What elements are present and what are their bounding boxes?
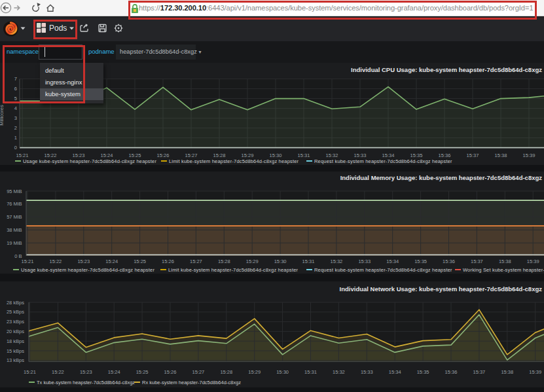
svg-text:15:35: 15:35 xyxy=(410,152,423,158)
svg-text:Usage kube-system heapster-7dc: Usage kube-system heapster-7dc5d8b64d-c8… xyxy=(23,158,156,164)
svg-text:Usage kube-system heapster-7dc: Usage kube-system heapster-7dc5d8b64d-c8… xyxy=(21,267,154,273)
svg-text:95 MiB: 95 MiB xyxy=(7,188,22,194)
svg-text:15:32: 15:32 xyxy=(331,258,343,264)
svg-text:15:22: 15:22 xyxy=(50,258,62,264)
svg-text:Working Set kube-system heapst: Working Set kube-system heapster-7dc5 xyxy=(463,267,544,273)
svg-text:15:39: 15:39 xyxy=(523,152,535,158)
svg-text:15:39: 15:39 xyxy=(527,258,539,264)
svg-text:Individual Network Usage: kube: Individual Network Usage: kube-system he… xyxy=(340,285,543,293)
svg-text:Individual CPU Usage: kube-sys: Individual CPU Usage: kube-system heapst… xyxy=(351,66,542,73)
svg-text:18 kBps: 18 kBps xyxy=(7,338,24,344)
svg-text:15:37: 15:37 xyxy=(473,369,486,375)
svg-text:20 kBps: 20 kBps xyxy=(7,329,24,334)
svg-text:28 kBps: 28 kBps xyxy=(7,300,24,306)
svg-text:15:35: 15:35 xyxy=(417,369,429,375)
svg-text:15:22: 15:22 xyxy=(52,369,64,375)
svg-text:15:39: 15:39 xyxy=(529,369,541,375)
svg-text:1: 1 xyxy=(14,135,17,141)
svg-text:15:38: 15:38 xyxy=(499,258,511,264)
svg-text:15:32: 15:32 xyxy=(326,152,338,158)
svg-text:19 MiB: 19 MiB xyxy=(7,240,22,246)
svg-text:38 MiB: 38 MiB xyxy=(7,227,22,233)
svg-text:15:24: 15:24 xyxy=(105,258,118,264)
svg-text:15:27: 15:27 xyxy=(190,258,202,264)
svg-text:15:36: 15:36 xyxy=(445,369,458,375)
svg-text:15:31: 15:31 xyxy=(302,258,315,264)
svg-text:25 kBps: 25 kBps xyxy=(7,309,24,315)
svg-text:15:23: 15:23 xyxy=(73,152,85,158)
svg-text:15:29: 15:29 xyxy=(246,258,259,264)
svg-text:Tx kube-system heapster-7dc5d8: Tx kube-system heapster-7dc5d8b64d-c8xgz xyxy=(37,380,135,385)
svg-text:15:21: 15:21 xyxy=(16,152,29,158)
svg-text:15:31: 15:31 xyxy=(298,152,310,158)
svg-text:57 MiB: 57 MiB xyxy=(7,214,22,220)
svg-text:15:34: 15:34 xyxy=(382,152,395,158)
svg-text:15:28: 15:28 xyxy=(213,152,226,158)
svg-text:4: 4 xyxy=(14,105,17,111)
svg-text:15:26: 15:26 xyxy=(164,369,177,375)
svg-text:15:23: 15:23 xyxy=(80,369,92,375)
svg-text:Limit kube-system heapster-7dc: Limit kube-system heapster-7dc5d8b64d-c8… xyxy=(169,158,299,164)
svg-text:15:23: 15:23 xyxy=(77,258,90,264)
svg-text:15:30: 15:30 xyxy=(270,152,282,158)
svg-text:Rx kube-system heapster-7dc5d8: Rx kube-system heapster-7dc5d8b64d-c8xgz xyxy=(142,380,241,385)
svg-text:15:36: 15:36 xyxy=(443,258,455,264)
svg-text:15:29: 15:29 xyxy=(242,152,254,158)
svg-text:15:38: 15:38 xyxy=(495,152,507,158)
svg-text:15:28: 15:28 xyxy=(220,369,232,375)
svg-text:Millicores: Millicores xyxy=(0,105,5,126)
svg-text:15:34: 15:34 xyxy=(389,369,401,375)
svg-text:15:37: 15:37 xyxy=(467,152,479,158)
svg-text:15:21: 15:21 xyxy=(22,258,34,264)
svg-text:15:22: 15:22 xyxy=(45,152,57,158)
svg-text:0: 0 xyxy=(14,145,17,151)
svg-text:Request kube-system heapster-7: Request kube-system heapster-7dc5d8b64d-… xyxy=(314,158,452,164)
svg-text:15:30: 15:30 xyxy=(274,258,287,264)
svg-text:15:25: 15:25 xyxy=(129,152,141,158)
svg-text:15:33: 15:33 xyxy=(358,258,371,264)
svg-text:23 kBps: 23 kBps xyxy=(7,319,24,325)
svg-text:15:33: 15:33 xyxy=(361,369,373,375)
svg-text:15 kBps: 15 kBps xyxy=(7,348,24,354)
svg-text:15:25: 15:25 xyxy=(134,258,146,264)
svg-text:15:26: 15:26 xyxy=(162,258,174,264)
svg-text:15:33: 15:33 xyxy=(354,152,367,158)
svg-text:76 MiB: 76 MiB xyxy=(7,201,22,207)
svg-text:15:27: 15:27 xyxy=(185,152,198,158)
svg-text:15:27: 15:27 xyxy=(192,369,205,375)
svg-text:15:26: 15:26 xyxy=(157,152,170,158)
svg-text:2: 2 xyxy=(14,125,17,131)
svg-text:15:38: 15:38 xyxy=(501,369,513,375)
svg-text:Individual Memory Usage: kube-: Individual Memory Usage: kube-system hea… xyxy=(340,174,543,181)
svg-text:15:24: 15:24 xyxy=(108,369,120,375)
svg-text:15:28: 15:28 xyxy=(218,258,230,264)
svg-text:15:35: 15:35 xyxy=(414,258,427,264)
svg-text:15:31: 15:31 xyxy=(304,369,317,375)
svg-text:15:24: 15:24 xyxy=(101,152,113,158)
svg-text:Limit kube-system heapster-7dc: Limit kube-system heapster-7dc5d8b64d-c8… xyxy=(168,267,299,273)
svg-text:15:30: 15:30 xyxy=(276,369,289,375)
svg-text:15:29: 15:29 xyxy=(248,369,261,375)
svg-text:15:37: 15:37 xyxy=(471,258,483,264)
svg-text:15:34: 15:34 xyxy=(386,258,399,264)
svg-text:15:32: 15:32 xyxy=(333,369,345,375)
svg-text:13 kBps: 13 kBps xyxy=(7,357,24,363)
svg-text:Request kube-system heapster-7: Request kube-system heapster-7dc5d8b64d-… xyxy=(314,267,452,273)
svg-text:15:21: 15:21 xyxy=(24,369,36,375)
svg-text:15:25: 15:25 xyxy=(136,369,149,375)
svg-text:15:36: 15:36 xyxy=(439,152,451,158)
svg-text:3: 3 xyxy=(14,115,17,121)
